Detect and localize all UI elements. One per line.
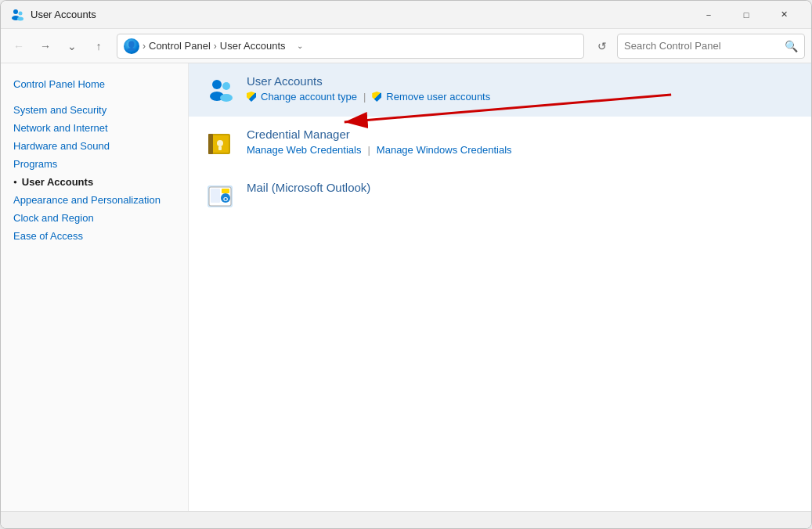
close-button[interactable]: ✕ — [766, 3, 802, 27]
sidebar-item-user-accounts[interactable]: User Accounts — [10, 174, 179, 190]
content-wrapper: User Accounts Change account type | Remo… — [189, 63, 811, 511]
breadcrumb-icon — [124, 38, 139, 54]
window-title: User Accounts — [31, 9, 691, 20]
refresh-button[interactable]: ↺ — [590, 35, 614, 57]
credential-manager-links: Manage Web Credentials | Manage Windows … — [247, 144, 796, 156]
forward-button[interactable]: → — [34, 35, 57, 57]
credential-manager-icon — [204, 128, 236, 159]
svg-rect-18 — [222, 189, 229, 193]
breadcrumb-user-accounts[interactable]: User Accounts — [220, 40, 286, 52]
svg-point-3 — [17, 16, 23, 20]
up-button[interactable]: ↑ — [87, 35, 110, 57]
window-controls: − □ ✕ — [691, 3, 802, 27]
sidebar-item-ease-access[interactable]: Ease of Access — [10, 228, 179, 244]
breadcrumb-chevron-button[interactable]: ⌄ — [289, 35, 311, 57]
maximize-button[interactable]: □ — [728, 3, 764, 27]
search-button[interactable]: 🔍 — [785, 40, 798, 52]
status-bar — [1, 511, 811, 528]
search-input[interactable] — [624, 40, 781, 52]
svg-point-0 — [13, 9, 18, 14]
mail-outlook-details: Mail (Microsoft Outlook) — [247, 181, 796, 197]
shield-icon-1 — [247, 92, 256, 102]
navigation-bar: ← → ⌄ ↑ › Control Panel › User Accounts … — [1, 29, 811, 63]
credential-manager-details: Credential Manager Manage Web Credential… — [247, 128, 796, 156]
sidebar-item-clock-region[interactable]: Clock and Region — [10, 210, 179, 226]
main-content: Control Panel Home System and Security N… — [1, 63, 811, 511]
sidebar-item-network-internet[interactable]: Network and Internet — [10, 120, 179, 136]
sidebar-nav: System and Security Network and Internet… — [10, 102, 179, 244]
back-button[interactable]: ← — [7, 35, 31, 57]
content-area: User Accounts Change account type | Remo… — [189, 63, 811, 511]
sidebar-item-hardware-sound[interactable]: Hardware and Sound — [10, 138, 179, 154]
sidebar: Control Panel Home System and Security N… — [1, 63, 189, 511]
credential-manager-title[interactable]: Credential Manager — [247, 128, 796, 141]
mail-outlook-item[interactable]: O Mail (Microsoft Outlook) — [189, 170, 811, 223]
svg-rect-12 — [208, 134, 213, 154]
manage-windows-credentials-link[interactable]: Manage Windows Credentials — [377, 144, 512, 156]
user-accounts-details: User Accounts Change account type | Remo… — [247, 74, 796, 103]
user-accounts-item[interactable]: User Accounts Change account type | Remo… — [189, 63, 811, 117]
svg-point-8 — [222, 82, 230, 90]
sidebar-item-home[interactable]: Control Panel Home — [10, 76, 179, 92]
sidebar-item-programs[interactable]: Programs — [10, 156, 179, 172]
svg-point-13 — [217, 140, 223, 146]
breadcrumb: › Control Panel › User Accounts ⌄ — [117, 34, 584, 59]
dropdown-button[interactable]: ⌄ — [60, 35, 84, 57]
sidebar-item-appearance[interactable]: Appearance and Personalization — [10, 192, 179, 208]
svg-text:O: O — [223, 196, 228, 203]
change-account-link[interactable]: Change account type — [247, 91, 357, 103]
mail-outlook-icon: O — [204, 181, 236, 212]
svg-point-2 — [19, 11, 23, 15]
breadcrumb-control-panel[interactable]: Control Panel — [149, 40, 211, 52]
svg-rect-14 — [218, 146, 222, 150]
svg-point-9 — [220, 94, 233, 102]
remove-user-link[interactable]: Remove user accounts — [372, 91, 490, 103]
user-accounts-links: Change account type | Remove user accoun… — [247, 91, 796, 103]
sidebar-item-system-security[interactable]: System and Security — [10, 102, 179, 118]
mail-outlook-title[interactable]: Mail (Microsoft Outlook) — [247, 181, 796, 194]
search-bar: 🔍 — [617, 34, 805, 59]
main-window: User Accounts − □ ✕ ← → ⌄ ↑ › Control Pa… — [0, 0, 812, 529]
svg-rect-17 — [211, 189, 220, 203]
user-accounts-icon — [204, 74, 236, 106]
user-accounts-title[interactable]: User Accounts — [247, 74, 796, 88]
credential-manager-item[interactable]: Credential Manager Manage Web Credential… — [189, 117, 811, 170]
shield-icon-2 — [372, 92, 381, 102]
manage-web-credentials-link[interactable]: Manage Web Credentials — [247, 144, 361, 156]
svg-point-6 — [212, 80, 222, 89]
minimize-button[interactable]: − — [691, 3, 727, 27]
title-bar: User Accounts − □ ✕ — [1, 1, 811, 29]
app-icon — [10, 8, 24, 22]
